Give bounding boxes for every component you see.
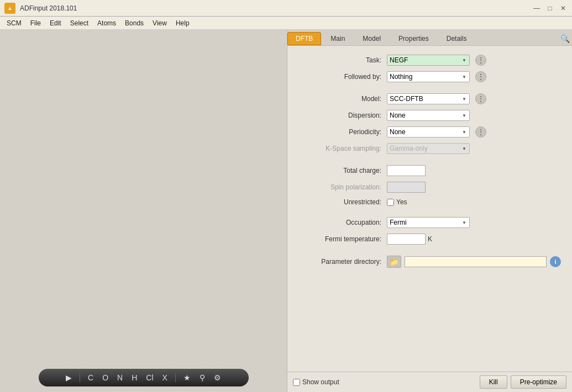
param-dir-row: Parameter directory: 📁 QUASINANO2013.1 i bbox=[298, 256, 561, 268]
periodicity-more-button[interactable]: ⋮ bbox=[475, 126, 486, 137]
occupation-select-wrapper: Fermi Aufbau bbox=[387, 217, 470, 228]
task-select-wrapper: NEGF Single Point Geometry Optimization bbox=[387, 55, 470, 66]
tool-chlorine[interactable]: Cl bbox=[144, 372, 155, 383]
periodicity-row: Periodicity: None Chain Slab Bulk ⋮ bbox=[298, 126, 561, 137]
tool-oxygen[interactable]: O bbox=[100, 372, 111, 383]
unrestricted-checkbox[interactable] bbox=[387, 199, 394, 206]
menu-file[interactable]: File bbox=[26, 18, 45, 28]
model-more-button[interactable]: ⋮ bbox=[475, 93, 486, 104]
model-select-wrapper: SCC-DFTB DFTB DFTB3 bbox=[387, 93, 470, 104]
preoptimize-button[interactable]: Pre-optimize bbox=[511, 375, 566, 389]
search-icon[interactable]: 🔍 bbox=[560, 34, 570, 43]
periodicity-control: None Chain Slab Bulk ⋮ bbox=[387, 126, 561, 137]
task-row: Task: NEGF Single Point Geometry Optimiz… bbox=[298, 55, 561, 66]
spacer-2 bbox=[298, 160, 561, 165]
tool-settings[interactable]: ⚙ bbox=[212, 372, 223, 383]
info-button[interactable]: i bbox=[550, 256, 561, 267]
followed-by-more-button[interactable]: ⋮ bbox=[475, 71, 486, 82]
kspace-label: K-Space sampling: bbox=[298, 145, 387, 152]
close-button[interactable]: ✕ bbox=[559, 4, 568, 13]
menu-scm[interactable]: SCM bbox=[2, 18, 26, 28]
total-charge-label: Total charge: bbox=[298, 167, 387, 174]
fermi-temp-label: Fermi temperature: bbox=[298, 235, 387, 243]
unrestricted-text: Yes bbox=[396, 198, 407, 206]
menubar: SCM File Edit Select Atoms Bonds View He… bbox=[0, 17, 572, 30]
dispersion-label: Dispersion: bbox=[298, 112, 387, 119]
periodicity-label: Periodicity: bbox=[298, 128, 387, 136]
followed-by-label: Followed by: bbox=[298, 73, 387, 81]
total-charge-input[interactable]: 0.0 bbox=[387, 165, 426, 176]
tool-hydrogen[interactable]: H bbox=[129, 372, 139, 383]
tool-select[interactable]: ▶ bbox=[64, 372, 74, 383]
tool-search[interactable]: ⚲ bbox=[197, 372, 207, 383]
titlebar: ▲ ADFinput 2018.101 — □ ✕ bbox=[0, 0, 572, 17]
kspace-select-wrapper: Gamma-only Regular bbox=[387, 143, 470, 154]
tab-main[interactable]: Main bbox=[322, 32, 353, 45]
toolbar-separator-2 bbox=[175, 373, 176, 382]
task-more-button[interactable]: ⋮ bbox=[475, 55, 486, 66]
app-title: ADFinput 2018.101 bbox=[20, 4, 532, 12]
unrestricted-row: Unrestricted: Yes bbox=[298, 198, 561, 206]
tool-nitrogen[interactable]: N bbox=[115, 372, 125, 383]
tool-x[interactable]: X bbox=[160, 372, 170, 383]
menu-bonds[interactable]: Bonds bbox=[120, 18, 148, 28]
task-select[interactable]: NEGF Single Point Geometry Optimization bbox=[387, 55, 470, 66]
menu-edit[interactable]: Edit bbox=[45, 18, 66, 28]
param-dir-label: Parameter directory: bbox=[298, 258, 387, 266]
tab-dftb[interactable]: DFTB bbox=[287, 32, 321, 45]
spacer-1 bbox=[298, 88, 561, 93]
kspace-row: K-Space sampling: Gamma-only Regular bbox=[298, 143, 561, 154]
show-output-row: Show output bbox=[293, 378, 339, 386]
form-area: Task: NEGF Single Point Geometry Optimiz… bbox=[287, 46, 572, 372]
folder-button[interactable]: 📁 bbox=[387, 256, 401, 268]
tab-details[interactable]: Details bbox=[438, 32, 475, 45]
periodicity-select[interactable]: None Chain Slab Bulk bbox=[387, 126, 470, 137]
followed-by-row: Followed by: Nothing Geometry Optimizati… bbox=[298, 71, 561, 82]
tool-star[interactable]: ★ bbox=[181, 372, 193, 383]
occupation-row: Occupation: Fermi Aufbau bbox=[298, 217, 561, 228]
kspace-control: Gamma-only Regular bbox=[387, 143, 561, 154]
task-control: NEGF Single Point Geometry Optimization … bbox=[387, 55, 561, 66]
model-select[interactable]: SCC-DFTB DFTB DFTB3 bbox=[387, 93, 470, 104]
minimize-button[interactable]: — bbox=[532, 4, 541, 13]
main-container: ▶ C O N H Cl X ★ ⚲ ⚙ DFTB Main Model Pro… bbox=[0, 30, 572, 392]
tool-carbon[interactable]: C bbox=[86, 372, 96, 383]
show-output-checkbox[interactable] bbox=[293, 379, 300, 386]
total-charge-control: 0.0 bbox=[387, 165, 561, 176]
occupation-select[interactable]: Fermi Aufbau bbox=[387, 217, 470, 228]
periodicity-select-wrapper: None Chain Slab Bulk bbox=[387, 126, 470, 137]
model-control: SCC-DFTB DFTB DFTB3 ⋮ bbox=[387, 93, 561, 104]
viewport-panel: ▶ C O N H Cl X ★ ⚲ ⚙ bbox=[0, 30, 287, 392]
window-controls: — □ ✕ bbox=[532, 4, 568, 13]
followed-by-select[interactable]: Nothing Geometry Optimization Frequencie… bbox=[387, 71, 470, 82]
menu-atoms[interactable]: Atoms bbox=[93, 18, 120, 28]
kill-button[interactable]: Kill bbox=[480, 375, 507, 389]
fermi-temp-row: Fermi temperature: 5.0 K bbox=[298, 234, 561, 245]
followed-by-select-wrapper: Nothing Geometry Optimization Frequencie… bbox=[387, 71, 470, 82]
dispersion-select[interactable]: None Grimme3 UFF bbox=[387, 110, 470, 121]
toolbar-separator bbox=[80, 373, 80, 382]
menu-help[interactable]: Help bbox=[171, 18, 194, 28]
settings-panel: DFTB Main Model Properties Details 🔍 Tas… bbox=[287, 30, 572, 392]
maximize-button[interactable]: □ bbox=[545, 4, 554, 13]
spacer-3 bbox=[298, 211, 561, 217]
menu-view[interactable]: View bbox=[148, 18, 171, 28]
bottom-bar: Show output Kill Pre-optimize bbox=[287, 372, 572, 392]
tab-model[interactable]: Model bbox=[354, 32, 389, 45]
model-label: Model: bbox=[298, 95, 387, 103]
dispersion-select-wrapper: None Grimme3 UFF bbox=[387, 110, 470, 121]
param-dir-input[interactable]: QUASINANO2013.1 bbox=[405, 256, 547, 267]
fermi-temp-input[interactable]: 5.0 bbox=[387, 234, 426, 245]
kspace-select[interactable]: Gamma-only Regular bbox=[387, 143, 470, 154]
tab-properties[interactable]: Properties bbox=[390, 32, 437, 45]
spin-pol-input[interactable]: 0 bbox=[387, 182, 426, 193]
dispersion-row: Dispersion: None Grimme3 UFF bbox=[298, 110, 561, 121]
app-logo: ▲ bbox=[4, 3, 15, 14]
fermi-temp-control: 5.0 K bbox=[387, 234, 561, 245]
fermi-temp-unit: K bbox=[428, 235, 432, 243]
spacer-4 bbox=[298, 250, 561, 256]
menu-select[interactable]: Select bbox=[66, 18, 93, 28]
task-label: Task: bbox=[298, 56, 387, 64]
occupation-control: Fermi Aufbau bbox=[387, 217, 561, 228]
model-row: Model: SCC-DFTB DFTB DFTB3 ⋮ bbox=[298, 93, 561, 104]
